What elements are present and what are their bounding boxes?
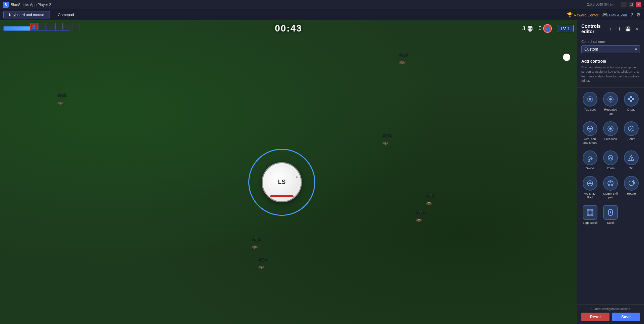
settings-icon-button[interactable]: ⚙: [636, 12, 641, 17]
svg-point-28: [589, 183, 591, 184]
svg-rect-8: [628, 98, 630, 100]
zoom-label: Zoom: [607, 167, 615, 171]
control-script[interactable]: Script: [622, 120, 641, 146]
control-repeated-tap[interactable]: Repeated tap: [601, 90, 620, 117]
joystick-outer: LS: [248, 149, 315, 216]
control-free-look[interactable]: Free look: [601, 120, 620, 146]
minimize-button[interactable]: —: [621, 2, 627, 7]
control-moba-dpad[interactable]: MOBA D-Pad: [581, 175, 599, 201]
panel-export-button[interactable]: ⬆: [616, 25, 623, 32]
svg-point-18: [610, 128, 611, 129]
aim-pan-icon: [583, 121, 597, 136]
panel-save-icon-button[interactable]: 💾: [625, 25, 631, 32]
skill-icon-5: [72, 23, 79, 30]
control-zoom[interactable]: Zoom: [601, 149, 620, 172]
svg-rect-38: [587, 214, 593, 215]
aim-pan-label: Aim, pan and shoot: [581, 137, 599, 145]
app-logo: B: [3, 2, 9, 8]
svg-point-31: [608, 184, 610, 185]
svg-point-41: [610, 212, 611, 213]
game-hud: 👤 00:43 3 💀 0 👤 LV 1: [0, 20, 577, 37]
tab-gamepad[interactable]: Gamepad: [53, 11, 79, 18]
svg-rect-37: [587, 209, 593, 211]
script-label: Script: [628, 137, 635, 141]
window-controls: — ❐ ✕: [621, 2, 641, 7]
player-icon: 👤: [30, 23, 38, 30]
control-scroll[interactable]: Scroll: [601, 204, 620, 226]
control-tap-spot[interactable]: Tap spot: [581, 90, 599, 117]
edge-scroll-label: Edge scroll: [583, 221, 598, 225]
svg-point-30: [610, 181, 611, 182]
control-rotate[interactable]: Rotate: [622, 175, 641, 201]
health-fill: [4, 26, 30, 30]
toolbar-right-icons: 🏆 Reward Center 🎮 Play & Win ? ⚙: [567, 12, 641, 17]
svg-point-32: [611, 184, 613, 185]
add-controls-title: Add controls: [581, 59, 640, 64]
control-scheme-section: Control scheme Custom ▾: [577, 37, 644, 56]
free-look-label: Free look: [604, 137, 617, 141]
joystick-label: LS: [278, 179, 285, 186]
script-icon: [624, 121, 639, 136]
panel-header: Controls editor ↑ ⬆ 💾 ✕: [577, 20, 644, 37]
control-aim-pan[interactable]: Aim, pan and shoot: [581, 120, 599, 146]
svg-text:B: B: [4, 3, 7, 7]
bat-enemy-5: 🦇: [251, 235, 265, 243]
bat-enemy-4: 🦇: [415, 208, 429, 216]
dpad-label: D-pad: [627, 108, 636, 112]
bat-enemy-7: 🦇: [426, 191, 439, 199]
panel-bottom: Current configuration actions Reset Save: [577, 304, 644, 324]
moba-skill-label: MOBA Skill pad: [602, 192, 620, 200]
svg-point-5: [609, 98, 611, 100]
controls-editor-panel: Controls editor ↑ ⬆ 💾 ✕ Control scheme C…: [577, 20, 644, 324]
tab-keyboard-mouse[interactable]: Keyboard and mouse: [3, 11, 50, 18]
tap-spot-label: Tap spot: [584, 108, 596, 112]
moba-dpad-label: MOBA D-Pad: [581, 192, 599, 200]
control-moba-skill[interactable]: MOBA Skill pad: [601, 175, 620, 201]
help-button[interactable]: ?: [630, 12, 633, 17]
bat-enemy-1: 🦇: [57, 90, 70, 99]
controls-grid: Tap spot Repeated tap: [577, 88, 644, 304]
bat-enemy-3: 🦇: [382, 131, 395, 139]
add-controls-section: Add controls Drag and drop an action on …: [577, 56, 644, 88]
save-button[interactable]: Save: [612, 313, 640, 321]
svg-point-24: [631, 159, 632, 160]
panel-close-button[interactable]: ✕: [633, 25, 640, 32]
free-look-icon: [603, 121, 618, 136]
panel-title: Controls editor: [581, 23, 607, 34]
title-bar: B BlueStacks App Player 2 2.0.0.8040 (64…: [0, 0, 644, 9]
current-config-label: Current configuration actions: [581, 307, 640, 311]
rotate-label: Rotate: [627, 192, 636, 196]
arrow-indicator: ▲: [295, 174, 299, 324]
level-display: LV 1: [557, 25, 574, 32]
add-controls-desc: Drag and drop an action on your game scr…: [581, 65, 640, 83]
scheme-dropdown[interactable]: Custom ▾: [581, 45, 640, 53]
play-win-button[interactable]: 🎮 Play & Win: [602, 12, 627, 17]
game-area: 👤 00:43 3 💀 0 👤 LV 1: [0, 20, 577, 324]
scroll-label: Scroll: [607, 221, 615, 225]
joystick-control[interactable]: LS: [248, 149, 315, 216]
control-tilt[interactable]: Tilt: [622, 149, 641, 172]
skill-icons: 👤: [30, 23, 79, 30]
svg-rect-9: [632, 98, 634, 100]
close-button[interactable]: ✕: [636, 2, 641, 7]
moba-dpad-icon: [583, 176, 597, 191]
dpad-icon: [624, 92, 639, 107]
panel-import-button[interactable]: ↑: [607, 25, 614, 32]
reset-button[interactable]: Reset: [581, 313, 609, 321]
scheme-label: Control scheme: [581, 40, 640, 44]
scroll-icon: [603, 205, 618, 220]
score-display: 0 👤: [538, 24, 552, 33]
reward-center-button[interactable]: 🏆 Reward Center: [567, 12, 599, 17]
control-swipe[interactable]: Swipe: [581, 149, 599, 172]
control-dpad[interactable]: D-pad: [622, 90, 641, 117]
rotate-icon: [624, 176, 639, 191]
restore-button[interactable]: ❐: [629, 2, 634, 7]
tap-spot-icon: [583, 92, 597, 107]
bat-enemy-2: 🦇: [399, 50, 412, 59]
swipe-label: Swipe: [586, 167, 594, 171]
panel-header-icons: ↑ ⬆ 💾 ✕: [607, 25, 640, 32]
control-edge-scroll[interactable]: Edge scroll: [581, 204, 599, 226]
skill-icon-4: [64, 23, 71, 30]
app-title: BlueStacks App Player 2: [11, 3, 587, 7]
game-timer: 00:43: [275, 23, 302, 34]
